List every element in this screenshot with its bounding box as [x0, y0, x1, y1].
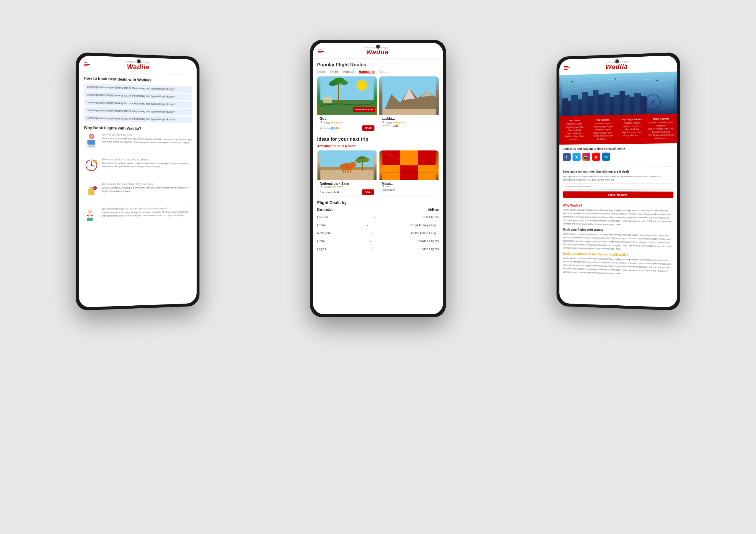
deals-row-lagos[interactable]: Lagos ▾ Turkish Flights — [317, 245, 439, 253]
goa-title: Goa — [319, 116, 374, 121]
nav-airports-link-5[interactable]: O.R. Tambo (Johannesburg) — [648, 133, 675, 137]
nav-airports-all[interactable]: All Airports → — [648, 137, 675, 140]
svg-text:✈: ✈ — [614, 77, 617, 81]
activity-card-masai[interactable]: Masa... 📍 India Starts from — [379, 150, 439, 197]
faq-item-3[interactable]: Lorem Ipsum is simply dummy text of the … — [84, 99, 192, 108]
why-heading-4: We follow through on our promises & comm… — [102, 207, 192, 210]
faq-item-5[interactable]: Lorem Ipsum is simply dummy text of the … — [84, 114, 192, 123]
why-book-section: We will be there for you Before, during … — [84, 133, 192, 222]
why-item-4: We follow through on our promises & comm… — [84, 207, 192, 223]
newsletter-title: Save more on your next trip with our gre… — [563, 170, 674, 173]
footer-nav-grid: Top Cities Flights to London Flights to … — [559, 114, 677, 144]
facebook-icon[interactable]: f — [563, 153, 571, 161]
nav-routes-link-4[interactable]: Flights to Cape Town — [618, 131, 645, 134]
flight-card-goa[interactable]: Starts from $399 Goa 📍 India ★★★★★ Activ… — [317, 76, 377, 133]
tab-mumbai[interactable]: Mumbai — [342, 70, 354, 73]
nav-cities-all[interactable]: All Cities → — [562, 138, 587, 141]
goa-book-button[interactable]: Book — [362, 125, 375, 131]
location-pin-goa: 📍 — [319, 121, 323, 124]
goa-activities: Activities: 🏄🌊🎨 — [319, 127, 339, 130]
hamburger-menu-right[interactable] — [564, 66, 570, 69]
goa-card-info: Goa 📍 India ★★★★★ Activities: 🏄🌊🎨 Book — [317, 115, 377, 133]
nav-airlines-link-2[interactable]: Kenya Airways Flights — [590, 125, 616, 129]
instagram-icon[interactable]: 📷 — [582, 153, 590, 161]
tab-delhi[interactable]: Delhi — [331, 70, 338, 73]
svg-rect-72 — [582, 92, 588, 116]
masai-image — [379, 150, 439, 180]
why-desc-1: Before, during and after your trip, we a… — [102, 137, 192, 144]
dest-dubai: Dubai — [317, 223, 326, 227]
deco-line-2: ✈ · · · · · · · — [84, 176, 192, 179]
explore-text: Lorem Ipsum is simply dummy text of the … — [563, 256, 674, 277]
airline-newyork: Delta Airlines Flig... — [411, 231, 439, 235]
tab-bangalore[interactable]: Bangalore — [359, 70, 375, 73]
svg-rect-70 — [571, 95, 578, 116]
youtube-icon[interactable]: ▶ — [592, 153, 600, 161]
faq-item-2[interactable]: Lorem Ipsum is simply dummy text of the … — [84, 91, 192, 100]
deals-row-dubai[interactable]: Dubai ▾ Kenya Airways Flig... — [317, 221, 439, 229]
why-text-4: We follow through on our promises & comm… — [102, 207, 192, 218]
svg-rect-2 — [87, 140, 95, 145]
chevron-london: ▾ — [374, 216, 376, 219]
header-right-space-left — [185, 67, 192, 68]
ladakh-subtitle: 📍 India ★★★★★ — [382, 121, 437, 124]
svg-rect-68 — [562, 98, 568, 116]
deals-row-london[interactable]: London ▾ KLM Flights — [317, 213, 439, 221]
deals-row-newyork[interactable]: New York ▾ Delta Airlines Flig... — [317, 229, 439, 237]
deals-row-delhi[interactable]: Delhi ▾ Emirates Flights — [317, 237, 439, 245]
masai-price: Starts from — [382, 189, 436, 191]
why-icon-1 — [84, 133, 99, 148]
safari-price: Starts from $499 — [320, 191, 339, 194]
chevron-dubai: ▾ — [366, 224, 368, 227]
goa-price-btn: Activities: 🏄🌊🎨 Book — [319, 125, 374, 131]
nav-airlines-link-5[interactable]: Turkish Airways Flights — [590, 134, 616, 138]
deals-header: Destination Airlines — [317, 206, 439, 213]
nav-airports-link-1[interactable]: Charles De Gaulle (Paris) — [648, 121, 675, 124]
hamburger-menu-center[interactable] — [318, 50, 324, 53]
book-text: Lorem Ipsum is simply dummy text of the … — [563, 233, 674, 252]
why-desc-3: We are constantly working to provide you… — [102, 186, 192, 193]
svg-text:✈: ✈ — [571, 80, 574, 84]
nav-routes-all[interactable]: All Flight Routes → — [618, 134, 645, 138]
tab-che[interactable]: Che... — [379, 70, 388, 73]
svg-rect-19 — [338, 82, 339, 103]
activity-card-safari[interactable]: National park Safari 📍 Nairobi ★★★★★ Sta… — [317, 150, 377, 197]
nav-airlines-all[interactable]: All Airlines → — [590, 138, 616, 141]
svg-rect-80 — [624, 95, 630, 115]
svg-rect-73 — [587, 96, 594, 115]
faq-item-4[interactable]: Lorem Ipsum is simply dummy text of the … — [84, 107, 192, 116]
nav-airports-link-3[interactable]: John F Kennedy (New York) — [648, 127, 675, 131]
logo-text-left: Wadiia — [127, 63, 149, 71]
flight-card-ladakh[interactable]: Ladda... 📍 India ★★★★★ Activities: 🏔️🚵 — [379, 76, 439, 133]
newsletter-text: Sign up now to our newsletter for all th… — [563, 175, 674, 182]
flight-cards-container: Starts from $399 Goa 📍 India ★★★★★ Activ… — [317, 76, 439, 133]
subscribe-button[interactable]: Subscribe Now — [563, 191, 674, 198]
social-section: Follow us and stay up to date on sicial … — [559, 143, 677, 167]
why-icon-3: $ — [84, 183, 99, 198]
safari-book-button[interactable]: Book — [362, 190, 374, 195]
twitter-icon[interactable]: 𝕏 — [573, 153, 580, 161]
ladakh-title: Ladda... — [382, 116, 437, 121]
phone-center: Africa's Trusted Flights Wadiia Popular … — [310, 40, 446, 317]
dest-delhi: Delhi — [317, 239, 325, 243]
svg-point-37 — [347, 167, 348, 168]
why-desc-4: We are committed to being straightforwar… — [102, 210, 192, 217]
nav-airports: Major Airports Charles De Gaulle (Paris)… — [646, 116, 676, 141]
nav-cities-link-5[interactable]: Flights to Cape Town — [562, 135, 587, 138]
email-input[interactable] — [563, 184, 674, 190]
route-tabs: From: Delhi Mumbai Bangalore Che... — [317, 70, 439, 73]
camera-left — [137, 59, 141, 64]
ideas-section: Ideas for your next trip Activities to d… — [317, 137, 439, 197]
logo-text-center: Wadiia — [366, 48, 389, 56]
camera-center — [376, 44, 380, 49]
phone-right: Africa's Trusted Flights Wadiia — [557, 52, 680, 311]
linkedin-icon[interactable]: in — [602, 153, 610, 161]
why-desc-2: Our teams are problem solvers, and the m… — [102, 161, 192, 168]
goa-subtitle: 📍 India ★★★★★ — [319, 121, 374, 124]
deco-line-1: - - - - ✈ - - - - — [84, 151, 192, 155]
svg-rect-84 — [645, 99, 647, 114]
hamburger-menu-left[interactable] — [84, 62, 90, 66]
ladakh-country: India — [386, 121, 392, 124]
popular-routes-title: Popular Flight Routes — [317, 62, 439, 67]
nav-cities-title: Top Cities — [562, 119, 587, 122]
